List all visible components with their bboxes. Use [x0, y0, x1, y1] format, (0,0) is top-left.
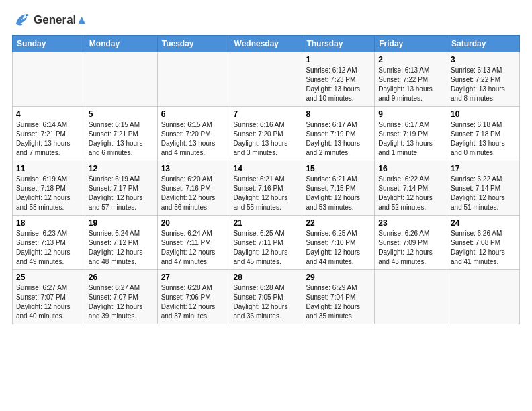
cell-content: Sunset: 7:21 PM: [16, 130, 81, 139]
day-number: 19: [89, 218, 154, 228]
calendar-cell: [85, 52, 157, 107]
calendar-cell: 13Sunrise: 6:20 AMSunset: 7:16 PMDayligh…: [157, 161, 230, 216]
day-number: 23: [378, 218, 443, 228]
header-day-wednesday: Wednesday: [230, 36, 302, 52]
day-number: 8: [306, 109, 371, 119]
cell-content: Daylight: 13 hours: [306, 139, 371, 148]
cell-content: Sunrise: 6:14 AM: [16, 120, 81, 130]
cell-content: Sunrise: 6:12 AM: [306, 66, 371, 75]
cell-content: Sunrise: 6:16 AM: [234, 120, 299, 130]
page: General▲ SundayMondayTuesdayWednesdayThu…: [0, 0, 532, 331]
calendar-cell: 21Sunrise: 6:25 AMSunset: 7:11 PMDayligh…: [230, 216, 302, 270]
cell-content: Sunrise: 6:23 AM: [16, 229, 81, 238]
day-number: 26: [89, 273, 154, 282]
cell-content: and 52 minutes.: [378, 203, 443, 212]
cell-content: and 2 minutes.: [306, 148, 371, 158]
cell-content: Sunrise: 6:26 AM: [451, 229, 516, 238]
cell-content: Sunset: 7:20 PM: [234, 130, 299, 139]
cell-content: Daylight: 12 hours: [306, 302, 371, 312]
cell-content: Daylight: 12 hours: [89, 302, 154, 312]
calendar-cell: 6Sunrise: 6:15 AMSunset: 7:20 PMDaylight…: [157, 107, 230, 161]
cell-content: Daylight: 13 hours: [451, 139, 516, 148]
cell-content: Sunset: 7:14 PM: [378, 184, 443, 193]
cell-content: and 56 minutes.: [161, 203, 226, 212]
cell-content: Daylight: 13 hours: [378, 139, 443, 148]
cell-content: Sunset: 7:23 PM: [306, 75, 371, 85]
cell-content: Sunset: 7:22 PM: [378, 75, 443, 85]
cell-content: and 9 minutes.: [378, 94, 443, 103]
calendar-cell: 20Sunrise: 6:24 AMSunset: 7:11 PMDayligh…: [157, 216, 230, 270]
cell-content: Daylight: 12 hours: [89, 248, 154, 257]
cell-content: Daylight: 12 hours: [234, 193, 299, 203]
cell-content: Sunset: 7:20 PM: [161, 130, 226, 139]
calendar-cell: [13, 52, 85, 107]
cell-content: Daylight: 12 hours: [378, 248, 443, 257]
cell-content: and 58 minutes.: [16, 203, 81, 212]
day-number: 1: [306, 55, 371, 64]
calendar-cell: 27Sunrise: 6:28 AMSunset: 7:06 PMDayligh…: [157, 270, 230, 324]
calendar-cell: 2Sunrise: 6:13 AMSunset: 7:22 PMDaylight…: [375, 52, 447, 107]
day-number: 20: [161, 218, 226, 228]
calendar-cell: 3Sunrise: 6:13 AMSunset: 7:22 PMDaylight…: [447, 52, 520, 107]
cell-content: Daylight: 13 hours: [161, 139, 226, 148]
cell-content: and 51 minutes.: [451, 203, 516, 212]
calendar-cell: 29Sunrise: 6:29 AMSunset: 7:04 PMDayligh…: [302, 270, 375, 324]
cell-content: and 57 minutes.: [89, 203, 154, 212]
calendar-cell: 5Sunrise: 6:15 AMSunset: 7:21 PMDaylight…: [85, 107, 157, 161]
calendar-cell: 24Sunrise: 6:26 AMSunset: 7:08 PMDayligh…: [447, 216, 520, 270]
cell-content: Sunset: 7:10 PM: [306, 238, 371, 248]
cell-content: Daylight: 12 hours: [161, 193, 226, 203]
calendar-cell: 25Sunrise: 6:27 AMSunset: 7:07 PMDayligh…: [13, 270, 85, 324]
cell-content: Sunrise: 6:21 AM: [234, 175, 299, 184]
day-number: 4: [16, 109, 81, 119]
cell-content: Sunrise: 6:13 AM: [451, 66, 516, 75]
cell-content: Daylight: 12 hours: [16, 302, 81, 312]
cell-content: Sunrise: 6:29 AM: [306, 283, 371, 293]
week-row-3: 11Sunrise: 6:19 AMSunset: 7:18 PMDayligh…: [13, 161, 520, 216]
cell-content: and 39 minutes.: [89, 312, 154, 321]
cell-content: Sunrise: 6:17 AM: [306, 120, 371, 130]
cell-content: Sunset: 7:21 PM: [89, 130, 154, 139]
calendar-cell: 14Sunrise: 6:21 AMSunset: 7:16 PMDayligh…: [230, 161, 302, 216]
cell-content: Sunset: 7:16 PM: [234, 184, 299, 193]
day-number: 22: [306, 218, 371, 228]
cell-content: Sunrise: 6:13 AM: [378, 66, 443, 75]
cell-content: and 8 minutes.: [451, 94, 516, 103]
cell-content: Daylight: 12 hours: [451, 193, 516, 203]
cell-content: Daylight: 13 hours: [89, 139, 154, 148]
calendar-cell: 15Sunrise: 6:21 AMSunset: 7:15 PMDayligh…: [302, 161, 375, 216]
cell-content: Sunset: 7:07 PM: [16, 293, 81, 302]
cell-content: Sunrise: 6:19 AM: [89, 175, 154, 184]
cell-content: Sunset: 7:19 PM: [378, 130, 443, 139]
cell-content: Sunrise: 6:27 AM: [89, 283, 154, 293]
cell-content: Daylight: 12 hours: [306, 248, 371, 257]
calendar-cell: 12Sunrise: 6:19 AMSunset: 7:17 PMDayligh…: [85, 161, 157, 216]
cell-content: and 35 minutes.: [306, 312, 371, 321]
cell-content: and 49 minutes.: [16, 257, 81, 267]
calendar-cell: 10Sunrise: 6:18 AMSunset: 7:18 PMDayligh…: [447, 107, 520, 161]
cell-content: and 36 minutes.: [234, 312, 299, 321]
cell-content: Sunrise: 6:21 AM: [306, 175, 371, 184]
cell-content: Sunset: 7:18 PM: [16, 184, 81, 193]
cell-content: and 44 minutes.: [306, 257, 371, 267]
cell-content: Sunset: 7:12 PM: [89, 238, 154, 248]
calendar-cell: 16Sunrise: 6:22 AMSunset: 7:14 PMDayligh…: [375, 161, 447, 216]
calendar-cell: 18Sunrise: 6:23 AMSunset: 7:13 PMDayligh…: [13, 216, 85, 270]
cell-content: Sunrise: 6:25 AM: [234, 229, 299, 238]
calendar-cell: 22Sunrise: 6:25 AMSunset: 7:10 PMDayligh…: [302, 216, 375, 270]
cell-content: Sunset: 7:11 PM: [161, 238, 226, 248]
cell-content: Daylight: 13 hours: [378, 85, 443, 94]
day-number: 25: [16, 273, 81, 282]
cell-content: and 0 minutes.: [451, 148, 516, 158]
cell-content: Daylight: 13 hours: [234, 139, 299, 148]
cell-content: Daylight: 12 hours: [16, 193, 81, 203]
cell-content: and 7 minutes.: [16, 148, 81, 158]
calendar-cell: 9Sunrise: 6:17 AMSunset: 7:19 PMDaylight…: [375, 107, 447, 161]
day-number: 11: [16, 164, 81, 173]
day-number: 5: [89, 109, 154, 119]
calendar-cell: 7Sunrise: 6:16 AMSunset: 7:20 PMDaylight…: [230, 107, 302, 161]
day-number: 29: [306, 273, 371, 282]
cell-content: and 43 minutes.: [378, 257, 443, 267]
cell-content: Sunset: 7:08 PM: [451, 238, 516, 248]
header-day-sunday: Sunday: [13, 36, 85, 52]
